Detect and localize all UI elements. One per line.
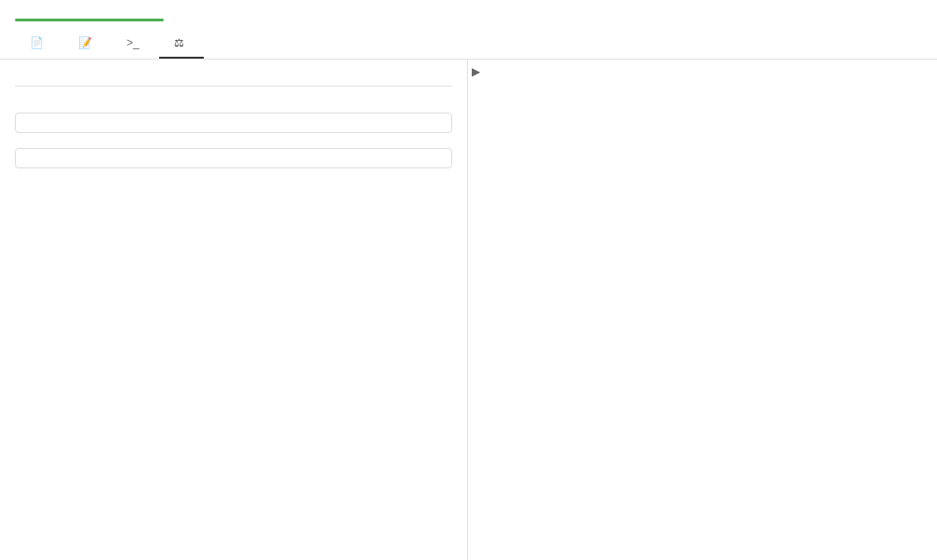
tab-testcase[interactable]: >_ <box>112 29 159 59</box>
progress-bar <box>15 19 164 21</box>
testcase-icon: >_ <box>127 36 140 49</box>
collapse-arrow[interactable]: ▶ <box>468 60 483 560</box>
judge-panel <box>0 60 468 560</box>
tab-bar: 📄 📝 >_ ⚖ <box>15 29 922 59</box>
notes-icon: 📝 <box>78 36 92 49</box>
expected-value <box>15 148 452 168</box>
tab-judge[interactable]: ⚖ <box>159 29 204 59</box>
judge-icon: ⚖ <box>174 36 184 49</box>
divider <box>15 86 452 87</box>
description-icon: 📄 <box>30 36 44 49</box>
input-value <box>15 113 452 133</box>
tab-description[interactable]: 📄 <box>15 29 63 59</box>
tab-notes[interactable]: 📝 <box>63 29 112 59</box>
code-editor-panel[interactable] <box>483 60 937 560</box>
main-content: ▶ <box>0 60 937 560</box>
header: 📄 📝 >_ ⚖ <box>0 0 937 60</box>
